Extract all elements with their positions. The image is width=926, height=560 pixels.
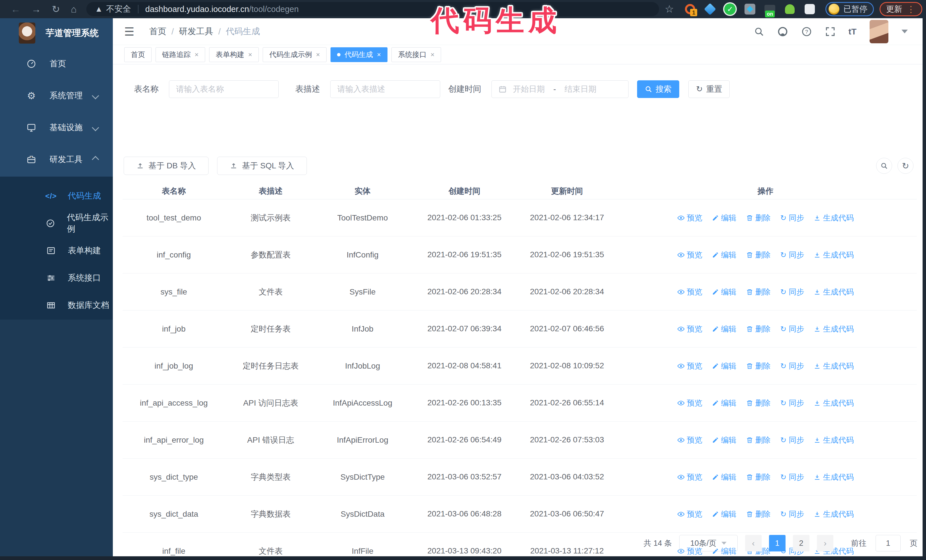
update-button[interactable]: 更新 ⋮ bbox=[879, 2, 922, 16]
generate-code-link[interactable]: 生成代码 bbox=[814, 509, 853, 519]
edit-link[interactable]: 编辑 bbox=[712, 509, 737, 519]
sync-link[interactable]: ↻ 同步 bbox=[781, 398, 804, 408]
back-icon[interactable]: ← bbox=[11, 4, 21, 15]
preview-link[interactable]: 预览 bbox=[677, 472, 702, 482]
security-warning[interactable]: ▲ 不安全 bbox=[95, 3, 131, 15]
date-range-input[interactable]: 开始日期 - 结束日期 bbox=[492, 80, 628, 98]
sidebar-item-codegen[interactable]: </> 代码生成 bbox=[0, 182, 113, 210]
import-sql-button[interactable]: 基于 SQL 导入 bbox=[217, 157, 307, 175]
extension-gray-icon[interactable] bbox=[744, 3, 756, 15]
tab-system-api[interactable]: 系统接口× bbox=[392, 47, 441, 62]
extension-puzzle-icon[interactable] bbox=[804, 3, 816, 15]
sync-link[interactable]: ↻ 同步 bbox=[781, 509, 804, 519]
close-icon[interactable]: × bbox=[431, 51, 434, 59]
toggle-search-button[interactable] bbox=[876, 158, 892, 174]
close-icon[interactable]: × bbox=[248, 51, 252, 59]
sync-link[interactable]: ↻ 同步 bbox=[781, 361, 804, 371]
menu-dots-icon[interactable]: ⋮ bbox=[906, 4, 916, 14]
sidebar-item-form-builder[interactable]: 表单构建 bbox=[0, 237, 113, 264]
refresh-table-button[interactable]: ↻ bbox=[897, 158, 914, 174]
extension-gem-icon[interactable] bbox=[704, 3, 716, 15]
sidebar-item-db-doc[interactable]: 数据库文档 bbox=[0, 292, 113, 319]
generate-code-link[interactable]: 生成代码 bbox=[814, 361, 853, 371]
logo[interactable]: 芋道管理系统 bbox=[0, 18, 113, 48]
edit-link[interactable]: 编辑 bbox=[712, 287, 737, 297]
page-button-2[interactable]: 2 bbox=[793, 535, 809, 551]
extension-key-icon[interactable] bbox=[784, 3, 796, 15]
sync-link[interactable]: ↻ 同步 bbox=[781, 435, 804, 445]
goto-page-input[interactable] bbox=[876, 535, 901, 551]
breadcrumb-home[interactable]: 首页 bbox=[149, 26, 166, 37]
extension-on-icon[interactable]: on bbox=[764, 3, 776, 15]
delete-link[interactable]: 删除 bbox=[746, 509, 771, 519]
prev-page-button[interactable]: ‹ bbox=[745, 535, 762, 551]
forward-icon[interactable]: → bbox=[31, 4, 41, 15]
tab-form-builder[interactable]: 表单构建× bbox=[209, 47, 259, 62]
search-icon[interactable] bbox=[754, 27, 764, 37]
sidebar-item-infra[interactable]: 基础设施 bbox=[0, 112, 113, 143]
close-icon[interactable]: × bbox=[377, 51, 381, 59]
delete-link[interactable]: 删除 bbox=[746, 213, 771, 223]
user-menu-caret-icon[interactable] bbox=[902, 30, 908, 33]
preview-link[interactable]: 预览 bbox=[677, 250, 702, 260]
breadcrumb-devtools[interactable]: 研发工具 bbox=[179, 26, 213, 37]
sidebar-item-system-api[interactable]: 系统接口 bbox=[0, 264, 113, 292]
address-bar[interactable]: ▲ 不安全 dashboard.yudao.iocoder.cn /tool/c… bbox=[86, 2, 659, 16]
font-size-icon[interactable]: tT bbox=[849, 27, 856, 36]
import-db-button[interactable]: 基于 DB 导入 bbox=[124, 157, 209, 175]
extension-orange-icon[interactable]: 1 bbox=[684, 3, 696, 15]
generate-code-link[interactable]: 生成代码 bbox=[814, 472, 853, 482]
paused-badge[interactable]: 已暂停 bbox=[825, 2, 874, 16]
generate-code-link[interactable]: 生成代码 bbox=[814, 324, 853, 334]
edit-link[interactable]: 编辑 bbox=[712, 250, 737, 260]
preview-link[interactable]: 预览 bbox=[677, 324, 702, 334]
table-name-input[interactable] bbox=[176, 85, 272, 94]
delete-link[interactable]: 删除 bbox=[746, 287, 771, 297]
sync-link[interactable]: ↻ 同步 bbox=[781, 287, 804, 297]
sync-link[interactable]: ↻ 同步 bbox=[781, 472, 804, 482]
preview-link[interactable]: 预览 bbox=[677, 287, 702, 297]
tab-tracing[interactable]: 链路追踪× bbox=[156, 47, 205, 62]
sidebar-item-home[interactable]: 首页 bbox=[0, 48, 113, 80]
fullscreen-icon[interactable] bbox=[825, 27, 835, 37]
search-button[interactable]: 搜索 bbox=[637, 80, 679, 98]
tab-home[interactable]: 首页 bbox=[124, 47, 151, 62]
bookmark-star-icon[interactable]: ☆ bbox=[665, 3, 674, 15]
edit-link[interactable]: 编辑 bbox=[712, 361, 737, 371]
edit-link[interactable]: 编辑 bbox=[712, 398, 737, 408]
generate-code-link[interactable]: 生成代码 bbox=[814, 435, 853, 445]
delete-link[interactable]: 删除 bbox=[746, 398, 771, 408]
generate-code-link[interactable]: 生成代码 bbox=[814, 398, 853, 408]
tab-codegen-example[interactable]: 代码生成示例× bbox=[263, 47, 327, 62]
close-icon[interactable]: × bbox=[316, 51, 320, 59]
table-desc-input[interactable] bbox=[337, 85, 433, 94]
edit-link[interactable]: 编辑 bbox=[712, 324, 737, 334]
tab-codegen[interactable]: 代码生成× bbox=[330, 47, 387, 62]
delete-link[interactable]: 删除 bbox=[746, 361, 771, 371]
user-avatar[interactable] bbox=[870, 20, 888, 43]
preview-link[interactable]: 预览 bbox=[677, 398, 702, 408]
page-button-1[interactable]: 1 bbox=[769, 535, 785, 551]
sync-link[interactable]: ↻ 同步 bbox=[781, 250, 804, 260]
edit-link[interactable]: 编辑 bbox=[712, 213, 737, 223]
delete-link[interactable]: 删除 bbox=[746, 250, 771, 260]
preview-link[interactable]: 预览 bbox=[677, 435, 702, 445]
delete-link[interactable]: 删除 bbox=[746, 472, 771, 482]
next-page-button[interactable]: › bbox=[817, 535, 834, 551]
preview-link[interactable]: 预览 bbox=[677, 213, 702, 223]
sync-link[interactable]: ↻ 同步 bbox=[781, 213, 804, 223]
github-icon[interactable] bbox=[777, 26, 788, 37]
reload-icon[interactable]: ↻ bbox=[52, 3, 60, 15]
sidebar-item-codegen-example[interactable]: 代码生成示例 bbox=[0, 210, 113, 237]
home-icon[interactable]: ⌂ bbox=[71, 4, 77, 15]
delete-link[interactable]: 删除 bbox=[746, 435, 771, 445]
generate-code-link[interactable]: 生成代码 bbox=[814, 250, 853, 260]
generate-code-link[interactable]: 生成代码 bbox=[814, 213, 853, 223]
collapse-menu-icon[interactable]: ☰ bbox=[124, 25, 135, 38]
edit-link[interactable]: 编辑 bbox=[712, 472, 737, 482]
delete-link[interactable]: 删除 bbox=[746, 324, 771, 334]
reset-button[interactable]: ↻ 重置 bbox=[688, 80, 730, 98]
close-icon[interactable]: × bbox=[195, 51, 198, 59]
generate-code-link[interactable]: 生成代码 bbox=[814, 287, 853, 297]
page-size-select[interactable]: 10条/页 bbox=[679, 535, 738, 551]
